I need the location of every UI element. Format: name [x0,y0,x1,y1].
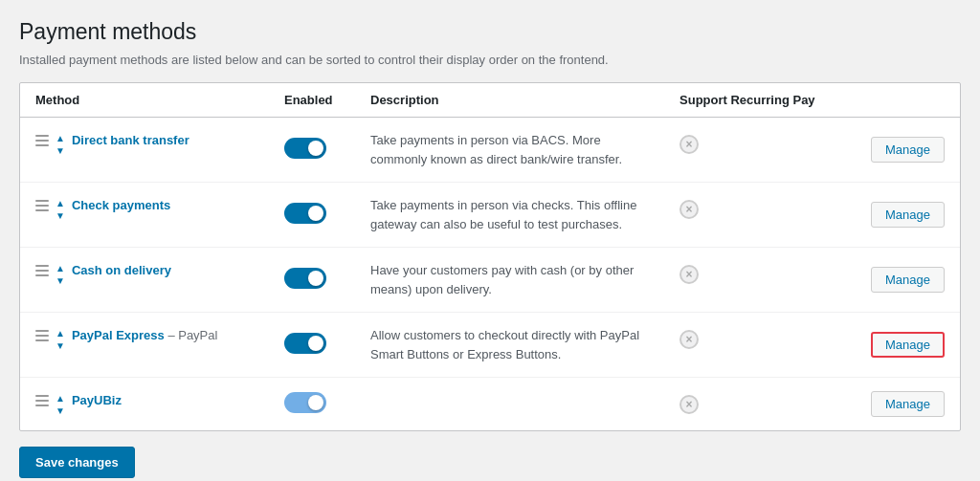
manage-button-cash-on-delivery[interactable]: Manage [871,267,945,293]
sort-arrows: ▲ ▼ [55,198,66,222]
sort-arrows: ▲ ▼ [55,133,66,157]
action-cell-check-payments: Manage [856,183,960,248]
method-cell-paypal-express: ▲ ▼ PayPal Express – PayPal [20,313,269,378]
sort-up-arrow[interactable]: ▲ [55,133,66,144]
toggle-direct-bank-transfer[interactable] [284,138,326,159]
toggle-payubiz[interactable] [284,392,326,413]
table-row: ▲ ▼ Cash on delivery Have your customers… [20,248,960,313]
description-text: Allow customers to checkout directly wit… [370,328,639,361]
method-cell-check-payments: ▲ ▼ Check payments [20,183,269,248]
manage-button-check-payments[interactable]: Manage [871,202,945,228]
enabled-cell-paypal-express [269,313,355,378]
description-text: Take payments in person via checks. This… [370,198,636,231]
method-name-direct-bank-transfer[interactable]: Direct bank transfer [72,133,189,147]
toggle-track [284,203,326,224]
col-header-action [856,83,960,118]
manage-button-direct-bank-transfer[interactable]: Manage [871,137,945,163]
action-cell-payubiz: Manage [856,378,960,431]
toggle-track [284,333,326,354]
sort-arrows: ▲ ▼ [55,393,66,417]
method-cell-payubiz: ▲ ▼ PayUBiz [20,378,269,431]
description-cell-paypal-express: Allow customers to checkout directly wit… [355,313,664,378]
sort-down-arrow[interactable]: ▼ [55,145,66,157]
method-name-check-payments[interactable]: Check payments [72,198,170,212]
sort-arrows: ▲ ▼ [55,263,66,287]
drag-handle[interactable] [35,263,49,276]
action-cell-cash-on-delivery: Manage [856,248,960,313]
manage-button-payubiz[interactable]: Manage [871,391,945,417]
action-cell-direct-bank-transfer: Manage [856,118,960,183]
toggle-paypal-express[interactable] [284,333,326,354]
drag-handle[interactable] [35,328,49,341]
recurring-icon [679,200,699,219]
col-header-enabled: Enabled [269,83,355,118]
toggle-thumb [308,395,323,410]
recurring-cell-check-payments [664,183,856,248]
payment-methods-table: Method Enabled Description Support Recur… [19,82,961,431]
toggle-cash-on-delivery[interactable] [284,268,326,289]
method-cell-direct-bank-transfer: ▲ ▼ Direct bank transfer [20,118,269,183]
description-cell-check-payments: Take payments in person via checks. This… [355,183,664,248]
table-row: ▲ ▼ PayPal Express – PayPal Allow custom… [20,313,960,378]
recurring-cell-cash-on-delivery [664,248,856,313]
method-cell-cash-on-delivery: ▲ ▼ Cash on delivery [20,248,269,313]
table-row: ▲ ▼ PayUBiz Manage [20,378,960,431]
save-changes-button[interactable]: Save changes [19,447,135,478]
sort-down-arrow[interactable]: ▼ [55,405,66,417]
toggle-track [284,138,326,159]
drag-handle[interactable] [35,198,49,211]
method-name-payubiz[interactable]: PayUBiz [72,393,122,407]
description-text: Take payments in person via BACS. More c… [370,133,622,166]
drag-handle[interactable] [35,133,49,146]
col-header-method: Method [20,83,269,118]
recurring-icon [679,135,699,154]
sort-up-arrow[interactable]: ▲ [55,263,66,274]
toggle-thumb [308,271,323,286]
toggle-thumb [308,141,323,156]
description-cell-cash-on-delivery: Have your customers pay with cash (or by… [355,248,664,313]
enabled-cell-check-payments [269,183,355,248]
description-text: Have your customers pay with cash (or by… [370,263,634,296]
drag-handle[interactable] [35,393,49,406]
manage-button-paypal-express[interactable]: Manage [871,332,945,358]
sort-down-arrow[interactable]: ▼ [55,275,66,287]
page-subtitle: Installed payment methods are listed bel… [19,53,961,67]
description-cell-payubiz [355,378,664,431]
table-row: ▲ ▼ Direct bank transfer Take payments i… [20,118,960,183]
sort-down-arrow[interactable]: ▼ [55,340,66,352]
method-suffix: – PayPal [165,328,218,342]
recurring-icon [679,265,699,284]
recurring-cell-payubiz [664,378,856,431]
toggle-thumb [308,206,323,221]
sort-arrows: ▲ ▼ [55,328,66,352]
recurring-cell-direct-bank-transfer [664,118,856,183]
enabled-cell-cash-on-delivery [269,248,355,313]
recurring-cell-paypal-express [664,313,856,378]
toggle-check-payments[interactable] [284,203,326,224]
sort-up-arrow[interactable]: ▲ [55,393,66,404]
sort-down-arrow[interactable]: ▼ [55,210,66,222]
action-cell-paypal-express: Manage [856,313,960,378]
method-name-paypal-express[interactable]: PayPal Express – PayPal [72,328,218,342]
description-cell-direct-bank-transfer: Take payments in person via BACS. More c… [355,118,664,183]
toggle-track [284,268,326,289]
recurring-icon [679,330,699,349]
col-header-recurring: Support Recurring Pay [664,83,856,118]
sort-up-arrow[interactable]: ▲ [55,198,66,209]
enabled-cell-payubiz [269,378,355,431]
method-name-cash-on-delivery[interactable]: Cash on delivery [72,263,171,277]
sort-up-arrow[interactable]: ▲ [55,328,66,339]
recurring-icon [679,395,699,414]
table-row: ▲ ▼ Check payments Take payments in pers… [20,183,960,248]
enabled-cell-direct-bank-transfer [269,118,355,183]
toggle-thumb [308,336,323,351]
page-title: Payment methods [19,19,961,45]
toggle-track [284,392,326,413]
col-header-description: Description [355,83,664,118]
